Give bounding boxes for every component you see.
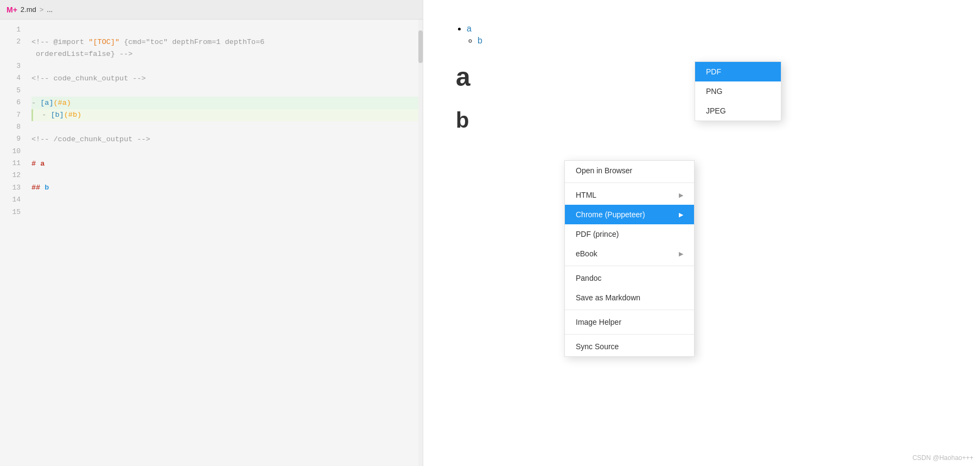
chevron-right-icon: ▶	[679, 250, 683, 257]
toc-link-b[interactable]: b	[478, 36, 482, 45]
chevron-right-icon: ▶	[679, 211, 683, 218]
breadcrumb-sep: >	[40, 5, 44, 14]
submenu-pdf[interactable]: PDF	[695, 62, 781, 81]
menu-html[interactable]: HTML ▶	[565, 185, 694, 205]
breadcrumb-ellipsis: ...	[47, 5, 53, 14]
context-menu: Open in Browser HTML ▶ Chrome (Puppeteer…	[564, 160, 695, 357]
editor-content: 1 2 3 4 5 6 7 8 9 10 11 12 13 14 15 <!--…	[0, 20, 423, 466]
menu-chrome-puppeteer[interactable]: Chrome (Puppeteer) ▶	[565, 205, 694, 224]
code-line: <!-- code_chunk_output -->	[31, 73, 423, 85]
submenu-chrome-puppeteer: PDF PNG JPEG	[695, 61, 781, 121]
menu-separator-4	[565, 334, 694, 335]
tab-filename: 2.md	[21, 5, 36, 14]
code-line: # a	[31, 158, 423, 169]
menu-separator-1	[565, 182, 694, 183]
preview-toc: a b	[456, 24, 947, 46]
menu-separator-2	[565, 266, 694, 266]
editor-scrollbar-thumb[interactable]	[418, 30, 423, 63]
code-line: <!-- /code_chunk_output -->	[31, 134, 423, 146]
submenu-png[interactable]: PNG	[695, 81, 781, 101]
menu-open-browser[interactable]: Open in Browser	[565, 161, 694, 180]
code-line: <!-- @import "[TOC]" {cmd="toc" depthFro…	[31, 36, 423, 48]
code-line	[31, 146, 423, 158]
code-line: ## b	[31, 182, 423, 194]
toc-item-b: b	[478, 36, 947, 46]
editor-tab-bar: M+ 2.md > ...	[0, 0, 423, 20]
toc-item-a: a b	[467, 24, 947, 46]
code-line	[31, 85, 423, 97]
editor-panel: M+ 2.md > ... 1 2 3 4 5 6 7 8 9 10 11 12…	[0, 0, 423, 466]
code-line	[31, 194, 423, 206]
watermark: CSDN @Haohao+++	[912, 454, 973, 462]
code-line	[31, 206, 423, 218]
menu-image-helper[interactable]: Image Helper	[565, 312, 694, 332]
menu-ebook[interactable]: eBook ▶	[565, 244, 694, 263]
toc-link-a[interactable]: a	[467, 24, 472, 33]
code-line	[31, 121, 423, 133]
code-line	[31, 170, 423, 182]
menu-separator-3	[565, 310, 694, 310]
menu-pdf-prince[interactable]: PDF (prince)	[565, 224, 694, 244]
code-area[interactable]: <!-- @import "[TOC]" {cmd="toc" depthFro…	[27, 20, 423, 466]
code-line-highlighted: - [a](#a)	[31, 97, 423, 109]
editor-tab[interactable]: M+ 2.md > ...	[7, 5, 53, 14]
submenu-jpeg[interactable]: JPEG	[695, 101, 781, 121]
editor-scrollbar[interactable]	[418, 20, 423, 466]
tab-icon: M+	[7, 5, 17, 14]
code-line	[31, 60, 423, 72]
code-line	[31, 24, 423, 36]
code-line: - [b](#b)	[31, 109, 423, 121]
code-line: orderedList=false} -->	[31, 48, 423, 60]
menu-sync-source[interactable]: Sync Source	[565, 337, 694, 356]
menu-save-markdown[interactable]: Save as Markdown	[565, 288, 694, 307]
menu-pandoc[interactable]: Pandoc	[565, 268, 694, 288]
line-numbers: 1 2 3 4 5 6 7 8 9 10 11 12 13 14 15	[0, 20, 27, 466]
chevron-right-icon: ▶	[679, 192, 683, 199]
